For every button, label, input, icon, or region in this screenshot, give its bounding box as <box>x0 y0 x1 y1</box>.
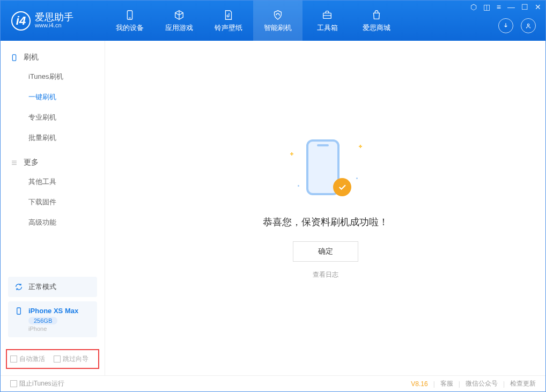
sidebar-group-flash: 刷机 <box>1 48 105 66</box>
view-log-link[interactable]: 查看日志 <box>313 270 338 279</box>
check-badge-icon <box>333 178 351 196</box>
window-controls: ⬡ ◫ ≡ — ☐ ✕ <box>470 3 541 11</box>
wechat-link[interactable]: 微信公众号 <box>466 379 498 388</box>
nav: 我的设备 应用游戏 铃声壁纸 智能刷机 工具箱 爱思商城 <box>105 1 401 41</box>
check-update-link[interactable]: 检查更新 <box>510 379 536 388</box>
support-link[interactable]: 客服 <box>440 379 453 388</box>
sidebar-item-itunes-flash[interactable]: iTunes刷机 <box>1 66 105 87</box>
shield-sync-icon <box>272 9 284 21</box>
app-url: www.i4.cn <box>35 22 73 29</box>
sidebar-item-pro-flash[interactable]: 专业刷机 <box>1 107 105 128</box>
device-name: iPhone XS Max <box>28 307 78 315</box>
logo-icon: i4 <box>11 11 31 31</box>
briefcase-icon <box>321 9 333 21</box>
device-box[interactable]: iPhone XS Max 256GB iPhone <box>8 301 97 337</box>
header: i4 爱思助手 www.i4.cn 我的设备 应用游戏 铃声壁纸 智能刷机 工具… <box>1 1 545 41</box>
version-label: V8.16 <box>411 380 427 388</box>
sidebar-item-advanced[interactable]: 高级功能 <box>1 212 105 233</box>
menu-icon[interactable]: ≡ <box>497 3 501 11</box>
sidebar: 刷机 iTunes刷机 一键刷机 专业刷机 批量刷机 更多 其他工具 下载固件 … <box>1 41 105 375</box>
options-highlight: 自动激活 跳过向导 <box>6 349 99 369</box>
device-type: iPhone <box>28 326 78 332</box>
main-content: 恭喜您，保资料刷机成功啦！ 确定 查看日志 <box>105 41 545 375</box>
svg-rect-8 <box>17 308 21 314</box>
auto-activate-checkbox[interactable]: 自动激活 <box>10 354 45 364</box>
device-icon <box>10 54 18 62</box>
shirt-icon[interactable]: ⬡ <box>470 3 477 11</box>
mode-box[interactable]: 正常模式 <box>8 277 97 297</box>
sidebar-item-batch-flash[interactable]: 批量刷机 <box>1 128 105 148</box>
download-icon <box>502 22 510 29</box>
block-itunes-checkbox[interactable]: 阻止iTunes运行 <box>10 379 64 388</box>
maximize-button[interactable]: ☐ <box>521 3 528 11</box>
file-music-icon <box>223 9 234 21</box>
list-icon <box>10 159 18 167</box>
logo[interactable]: i4 爱思助手 www.i4.cn <box>1 11 105 31</box>
mode-label: 正常模式 <box>28 282 56 292</box>
download-button[interactable] <box>498 18 513 33</box>
nav-my-device[interactable]: 我的设备 <box>105 1 154 41</box>
sidebar-group-more: 更多 <box>1 153 105 172</box>
sync-icon <box>14 283 23 291</box>
sidebar-item-other-tools[interactable]: 其他工具 <box>1 172 105 192</box>
user-icon <box>525 22 532 29</box>
cube-icon <box>173 9 185 21</box>
phone-small-icon <box>14 307 23 315</box>
bag-icon <box>371 9 382 21</box>
lock-icon[interactable]: ◫ <box>483 3 490 11</box>
nav-flash[interactable]: 智能刷机 <box>253 1 302 41</box>
success-illustration <box>288 137 363 202</box>
close-button[interactable]: ✕ <box>535 3 541 11</box>
skip-guide-checkbox[interactable]: 跳过向导 <box>54 354 88 364</box>
footer: 阻止iTunes运行 V8.16 | 客服 | 微信公众号 | 检查更新 <box>1 375 545 391</box>
app-name: 爱思助手 <box>35 12 73 22</box>
svg-point-3 <box>527 24 529 26</box>
svg-rect-4 <box>12 54 16 60</box>
success-message: 恭喜您，保资料刷机成功啦！ <box>263 216 388 228</box>
user-button[interactable] <box>521 18 536 33</box>
nav-apps[interactable]: 应用游戏 <box>154 1 204 41</box>
nav-ringtones[interactable]: 铃声壁纸 <box>204 1 253 41</box>
nav-store[interactable]: 爱思商城 <box>352 1 401 41</box>
device-storage: 256GB <box>28 317 57 324</box>
sidebar-item-download-firmware[interactable]: 下载固件 <box>1 192 105 212</box>
nav-toolbox[interactable]: 工具箱 <box>302 1 352 41</box>
sidebar-item-oneclick-flash[interactable]: 一键刷机 <box>1 87 105 107</box>
phone-icon <box>124 9 136 21</box>
ok-button[interactable]: 确定 <box>293 241 358 262</box>
minimize-button[interactable]: — <box>507 3 515 11</box>
